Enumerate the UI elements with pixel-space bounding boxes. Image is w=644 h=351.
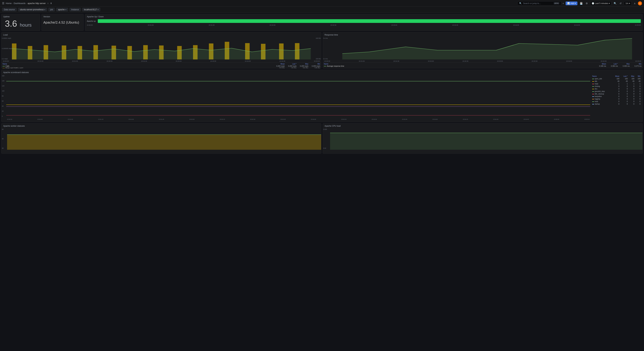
updown-time-axis: 15:30:30 15:31:00 15:31:30 15:32:00 15:3… xyxy=(85,24,642,26)
sb-name-header: Name xyxy=(592,75,612,77)
avg-response-line xyxy=(324,66,326,66)
bytes-legend-name: Bytes sent (right y-axis) xyxy=(6,67,23,68)
scoreboard-row: Apache scoreboard statuses 160 140 120 1… xyxy=(1,70,643,122)
calls-min: 0.200 req/s xyxy=(308,65,320,67)
refresh-button[interactable]: ↺ xyxy=(619,1,622,5)
interval-label: 1m xyxy=(626,2,628,4)
load-legend-name-header: Name xyxy=(2,63,16,65)
uptime-unit: hours xyxy=(20,22,32,28)
response-title: Response time xyxy=(323,32,642,37)
startup-dot xyxy=(592,104,594,104)
closing-dot xyxy=(592,86,594,87)
worker-title: Apache worker statuses xyxy=(2,123,321,128)
table-row: dns 0000 xyxy=(592,88,641,90)
keepalive-dot xyxy=(592,96,594,97)
time-chevron-icon: ▾ xyxy=(609,2,610,4)
table-row: keepalive 0000 xyxy=(592,95,641,98)
calls-legend-line xyxy=(2,66,5,66)
interval-picker[interactable]: 1m ▾ xyxy=(624,1,632,5)
breadcrumb-dashboards[interactable]: Dashboards xyxy=(14,2,26,4)
response-name-header: Name xyxy=(324,63,337,65)
instance-label: Instance xyxy=(70,8,81,11)
load-title: Load xyxy=(2,32,321,37)
scoreboard-chart: 160 140 120 100 80 60 40 20 0 xyxy=(2,74,590,121)
load-legend-mean-header: Mean xyxy=(273,63,285,65)
search-icon: 🔍 xyxy=(519,2,522,4)
search-bar[interactable]: 🔍 Search or jump to... ctrl+k xyxy=(518,1,561,5)
interval-chevron-icon: ▾ xyxy=(629,2,630,4)
breadcrumb-current: apache http server xyxy=(28,2,46,4)
worker-panel: Apache worker statuses 50 40 30 xyxy=(1,123,321,154)
load-y-right-1: 150 B/s xyxy=(312,58,321,60)
response-mean-header: Mean xyxy=(594,63,606,65)
table-row: idle_cleanup 0000 xyxy=(592,93,641,95)
instance-picker[interactable]: localhost:9117 ▾ xyxy=(82,8,100,11)
svg-marker-19 xyxy=(342,38,632,59)
load-legend-last-header: Last * xyxy=(285,63,296,65)
uptime-panel: Uptime 3.6 hours xyxy=(1,14,40,31)
reply-dot xyxy=(592,84,594,84)
sb-max-header: Max xyxy=(628,75,635,77)
nav-left: ☰ Home › Dashboards › apache http server… xyxy=(2,2,516,5)
svg-marker-26 xyxy=(330,133,643,150)
datasource-label: Data source xyxy=(2,8,17,11)
table-row: idle 49494949 xyxy=(592,80,641,82)
load-chart xyxy=(3,37,320,60)
graceful-stop-dot xyxy=(592,91,594,92)
hamburger-icon[interactable]: ☰ xyxy=(2,2,4,5)
uptime-value: 3.6 xyxy=(3,19,19,28)
updown-content: Apache up xyxy=(85,18,642,23)
calls-mean: 0.200 req/s xyxy=(273,65,285,67)
star-icon[interactable]: ☆ xyxy=(47,2,49,4)
cpu-title: Apache CPU load xyxy=(323,123,642,128)
top-navbar: ☰ Home › Dashboards › apache http server… xyxy=(0,0,644,7)
plus-icon[interactable]: + xyxy=(562,2,564,5)
cpu-panel: Apache CPU load 0.025 0.02 xyxy=(323,123,643,154)
sb-last-header: Last * xyxy=(620,75,628,77)
bytes-last: 145 B/s xyxy=(285,67,296,68)
search-placeholder: Search or jump to... xyxy=(523,2,541,4)
avg-response-max: 0.455 ms xyxy=(618,65,630,67)
user-avatar[interactable]: G xyxy=(638,1,642,5)
collapse-button[interactable]: ∧ xyxy=(633,1,636,5)
time-icon: 🕐 xyxy=(592,2,594,4)
table-row: read 0000 xyxy=(592,100,641,103)
time-range-label: Last 5 minutes xyxy=(595,2,608,4)
table-row: reply 1111 xyxy=(592,82,641,85)
top-row: Uptime 3.6 hours Version Apache/2.4.52 (… xyxy=(1,14,643,31)
svg-marker-24 xyxy=(7,135,321,150)
breadcrumb-home[interactable]: Home xyxy=(6,2,12,4)
bottom-row: Apache worker statuses 50 40 30 Apache C… xyxy=(1,123,643,154)
breadcrumb: Home › Dashboards › apache http server xyxy=(6,2,46,4)
datasource-picker[interactable]: ubuntu-server-prometheus ▾ xyxy=(18,8,47,11)
add-chart-icon: 📊 xyxy=(567,2,570,4)
idle-cleanup-dot xyxy=(592,94,594,94)
settings-button[interactable]: ⚙ xyxy=(585,1,588,5)
sb-mean-header: Mean xyxy=(612,75,620,77)
save-button[interactable]: 💾 xyxy=(579,1,583,5)
zoom-out-button[interactable]: 🔍 xyxy=(613,1,617,5)
calls-max: 0.200 req/s xyxy=(296,65,308,67)
updown-bar xyxy=(98,19,641,23)
load-y-label-0: 0.20001 req/s xyxy=(2,37,13,39)
add-button[interactable]: 📊 Add ▾ xyxy=(566,1,578,5)
time-range-picker[interactable]: 🕐 Last 5 minutes ▾ xyxy=(590,1,611,5)
bytes-max: 164 B/s xyxy=(296,67,308,68)
version-title: Version xyxy=(42,14,84,18)
job-chevron-icon: ▾ xyxy=(66,9,66,10)
updown-label: Apache up xyxy=(87,20,96,22)
scoreboard-legend: Name Mean Last * Max Min open_slot 10010… xyxy=(590,74,642,121)
load-y-right-0: 160 B/s xyxy=(312,37,321,39)
table-row: logging 0000 xyxy=(592,98,641,100)
bytes-mean: 153 B/s xyxy=(273,67,285,68)
job-picker[interactable]: apache ▾ xyxy=(56,8,68,11)
sb-min-header: Min xyxy=(635,75,641,77)
share-icon[interactable]: ⬆ xyxy=(50,2,52,4)
version-value: Apache/2.4.52 (Ubuntu) xyxy=(42,18,84,26)
nav-right: + 📊 Add ▾ 💾 ⚙ 🕐 Last 5 minutes ▾ 🔍 ↺ 1m … xyxy=(562,1,642,5)
table-row: closing 0000 xyxy=(592,85,641,88)
read-dot xyxy=(592,101,594,102)
scoreboard-svg xyxy=(6,74,590,118)
second-row: Load 0.20001 req/s 0.200005 req/s 0.2 re… xyxy=(1,32,643,68)
avg-response-mean: 0.346 ms xyxy=(594,65,606,67)
